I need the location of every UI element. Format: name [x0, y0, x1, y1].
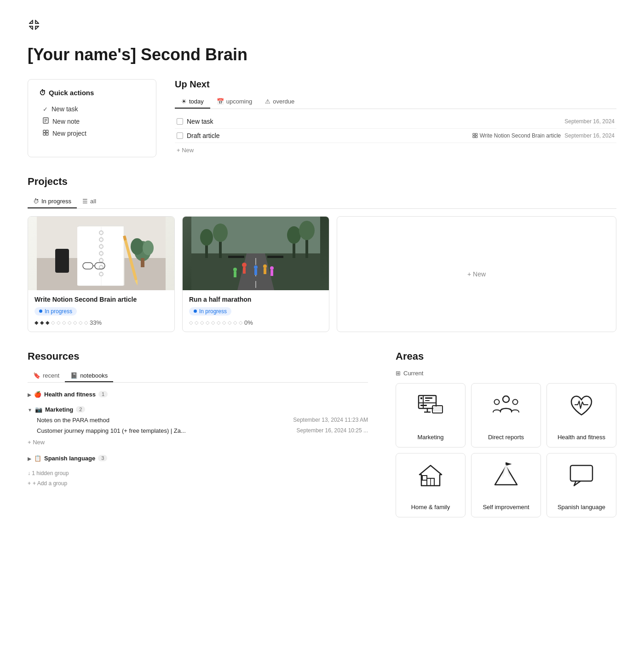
svg-point-49	[242, 263, 247, 267]
area-card-marketing[interactable]: Marketing	[396, 383, 466, 447]
project-card-body-1: Write Notion Second Brain article In pro…	[28, 290, 174, 332]
calendar-icon: 📅	[217, 98, 224, 105]
new-project-area[interactable]: + New	[337, 216, 616, 332]
task-checkbox-2[interactable]	[177, 132, 183, 139]
svg-rect-4	[43, 130, 46, 132]
area-card-direct-reports[interactable]: Direct reports	[471, 383, 541, 447]
svg-rect-7	[46, 133, 48, 135]
tab-overdue[interactable]: ⚠ overdue	[259, 95, 301, 109]
svg-rect-60	[267, 256, 283, 258]
up-next-tabs: ☀ today 📅 upcoming ⚠ overdue	[175, 95, 616, 109]
area-label-spanish: Spanish language	[558, 504, 605, 511]
task-row-2: Draft article Write Notion Second Brain …	[175, 129, 616, 143]
project-card-1[interactable]: Write Notion Second Brain article In pro…	[28, 216, 175, 332]
tab-today[interactable]: ☀ today	[175, 95, 210, 109]
health-nb-icon: 🍎	[34, 391, 41, 398]
task-date-2: September 16, 2024	[564, 132, 615, 139]
tab-recent[interactable]: 🔖 recent	[28, 370, 65, 382]
group-header-marketing[interactable]: 📷 Marketing 2	[28, 404, 368, 415]
svg-point-46	[287, 226, 301, 244]
svg-rect-30	[55, 249, 69, 273]
new-project-button[interactable]: New project	[39, 127, 145, 139]
home-area-icon	[417, 462, 444, 489]
tab-in-progress[interactable]: ⏱ In progress	[28, 195, 77, 208]
task-meta-2: Write Notion Second Brain article Septem…	[472, 132, 615, 139]
hidden-group-toggle[interactable]: ↓ 1 hidden group	[28, 468, 368, 478]
add-new-resource-button[interactable]: + New	[28, 436, 368, 448]
svg-point-32	[131, 238, 144, 255]
resources-section: Resources 🔖 recent 📓 notebooks 🍎 Health …	[28, 350, 368, 517]
task-date-1: September 16, 2024	[564, 118, 615, 125]
group-header-health[interactable]: 🍎 Health and fitness 1	[28, 389, 368, 400]
areas-section: Areas ⊞ Current	[396, 350, 616, 517]
svg-rect-71	[433, 407, 442, 411]
marketing-nb-icon: 📷	[35, 406, 42, 413]
area-label-health: Health and fitness	[558, 434, 605, 441]
svg-rect-58	[270, 270, 273, 276]
svg-rect-56	[234, 271, 236, 277]
tab-upcoming[interactable]: 📅 upcoming	[210, 95, 259, 109]
tab-all[interactable]: ☰ all	[77, 195, 102, 208]
resources-title: Resources	[28, 350, 368, 362]
warning-icon: ⚠	[265, 98, 270, 105]
svg-rect-50	[243, 267, 246, 274]
projects-section: Projects ⏱ In progress ☰ all	[28, 176, 616, 332]
project-status-2: In progress	[189, 307, 231, 316]
new-task-button[interactable]: ✓ New task	[39, 103, 145, 115]
notebook-item-journey[interactable]: Customer journey mapping 101 (+ free tem…	[28, 425, 368, 436]
svg-rect-15	[77, 227, 123, 286]
bookmark-icon: 🔖	[33, 372, 40, 379]
area-card-self-improvement[interactable]: Self improvement	[471, 453, 541, 517]
svg-point-53	[263, 264, 267, 268]
tab-notebooks[interactable]: 📓 notebooks	[65, 370, 113, 382]
areas-filter-icon: ⊞	[396, 370, 401, 377]
areas-grid: Marketing Direct reports	[396, 383, 616, 517]
area-card-spanish[interactable]: Spanish language	[546, 453, 616, 517]
quick-actions-title: ⏱ Quick actions	[39, 89, 145, 97]
project-card-2[interactable]: Run a half marathon In progress ◇ ◇ ◇ ◇ …	[182, 216, 329, 332]
area-label-self-improvement: Self improvement	[483, 504, 529, 511]
note-icon	[43, 117, 49, 125]
notebook-item-para[interactable]: Notes on the PARA method September 13, 2…	[28, 415, 368, 425]
up-next-section: Up Next ☀ today 📅 upcoming ⚠ overdue New…	[175, 79, 616, 157]
collapse-icon-spanish	[28, 455, 31, 462]
svg-point-44	[213, 224, 228, 242]
new-note-button[interactable]: New note	[39, 115, 145, 127]
projects-view-tabs: ⏱ In progress ☰ all	[28, 195, 616, 209]
add-new-task-button[interactable]: + New	[175, 143, 616, 157]
project-image-1	[28, 217, 174, 290]
svg-rect-82	[570, 465, 592, 481]
svg-rect-78	[422, 476, 427, 480]
status-dot-1	[39, 310, 42, 313]
svg-marker-79	[495, 466, 517, 485]
projects-title: Projects	[28, 176, 616, 188]
svg-point-74	[513, 399, 518, 404]
svg-point-73	[494, 399, 500, 404]
group-header-spanish[interactable]: 📋 Spanish language 3	[28, 453, 368, 464]
add-group-button[interactable]: + + Add a group	[28, 478, 368, 488]
project-progress-2: ◇ ◇ ◇ ◇ ◇ ◇ ◇ ◇ ◇ ◇ 0%	[189, 319, 322, 326]
svg-rect-67	[420, 405, 427, 406]
svg-rect-8	[473, 133, 475, 135]
task-label-2: Draft article	[187, 132, 469, 139]
check-icon: ✓	[43, 106, 48, 113]
svg-rect-9	[475, 133, 477, 135]
svg-rect-5	[46, 130, 48, 132]
spanish-count-badge: 3	[98, 455, 107, 461]
project-image-2	[183, 217, 329, 290]
marketing-count-badge: 2	[76, 406, 85, 413]
project-icon	[43, 130, 49, 137]
collapse-icon-health	[28, 391, 31, 398]
svg-rect-10	[473, 136, 475, 138]
notebook-group-marketing: 📷 Marketing 2 Notes on the PARA method S…	[28, 404, 368, 448]
area-card-health[interactable]: Health and fitness	[546, 383, 616, 447]
svg-rect-52	[254, 269, 257, 275]
svg-point-72	[503, 396, 509, 402]
area-label-home: Home & family	[411, 504, 450, 511]
compress-icon[interactable]	[28, 18, 40, 34]
svg-rect-6	[43, 133, 46, 135]
area-card-home[interactable]: Home & family	[396, 453, 466, 517]
task-checkbox-1[interactable]	[177, 118, 183, 125]
status-dot-2	[194, 310, 197, 313]
projects-grid: Write Notion Second Brain article In pro…	[28, 216, 616, 332]
